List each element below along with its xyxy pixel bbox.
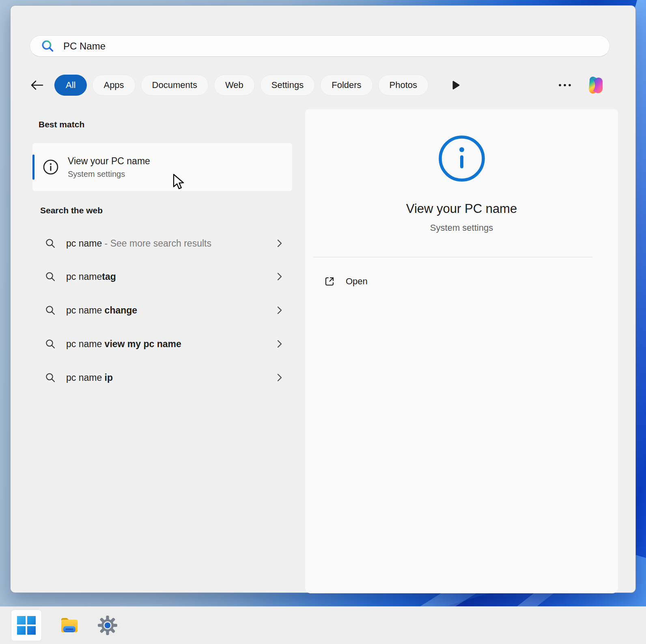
settings-button[interactable]	[97, 615, 118, 636]
best-match-heading: Best match	[39, 120, 84, 129]
back-button[interactable]	[30, 78, 44, 92]
info-icon	[43, 159, 59, 175]
suggestion-prefix: pc name	[66, 305, 105, 316]
web-suggestion-text: pc nametag	[66, 271, 116, 282]
best-match-item[interactable]: View your PC name System settings	[32, 143, 292, 191]
search-flyout-window: All Apps Documents Web Settings Folders …	[10, 5, 636, 593]
web-suggestion-row[interactable]: pc nametag	[32, 263, 292, 290]
tab-documents[interactable]: Documents	[141, 75, 209, 96]
folder-icon	[59, 615, 80, 636]
suggestion-prefix: pc name	[66, 271, 102, 282]
preview-subtitle: System settings	[305, 223, 618, 233]
more-options-button[interactable]	[558, 83, 572, 87]
search-icon	[45, 271, 56, 282]
tab-apps-label: Apps	[103, 80, 124, 90]
windows-logo-icon	[17, 616, 36, 635]
suggestion-prefix: pc name	[66, 372, 105, 383]
suggestion-suffix: tag	[102, 271, 116, 282]
search-box[interactable]	[30, 35, 610, 57]
open-external-icon	[324, 276, 335, 287]
search-the-web-heading: Search the web	[40, 206, 103, 215]
selection-accent-bar	[32, 155, 34, 180]
preview-title: View your PC name	[305, 202, 618, 216]
tab-documents-label: Documents	[152, 80, 197, 90]
web-suggestion-text: pc name ip	[66, 372, 113, 383]
filter-tabs-row: All Apps Documents Web Settings Folders …	[30, 74, 606, 96]
tab-settings-label: Settings	[271, 80, 304, 90]
suggestion-note: - See more search results	[102, 238, 211, 249]
open-label: Open	[346, 276, 368, 287]
suggestion-suffix: ip	[105, 372, 113, 383]
tab-apps[interactable]: Apps	[92, 75, 135, 96]
tab-web-label: Web	[225, 80, 243, 90]
tab-photos-label: Photos	[390, 80, 418, 90]
web-suggestion-text: pc name - See more search results	[66, 238, 211, 249]
search-icon	[45, 305, 56, 316]
file-explorer-button[interactable]	[59, 615, 80, 636]
gear-icon	[97, 615, 118, 635]
best-match-title: View your PC name	[68, 156, 150, 167]
open-action[interactable]: Open	[313, 271, 368, 292]
info-icon-large	[437, 134, 486, 185]
suggestion-prefix: pc name	[66, 339, 105, 349]
web-suggestion-row[interactable]: pc name view my pc name	[32, 331, 292, 357]
tab-all[interactable]: All	[54, 75, 87, 96]
tab-all-label: All	[66, 80, 75, 90]
search-input[interactable]	[62, 40, 600, 52]
search-icon	[45, 238, 56, 249]
web-suggestion-row[interactable]: pc name change	[32, 297, 292, 324]
search-icon	[41, 39, 55, 54]
suggestion-prefix: pc name	[66, 238, 102, 249]
search-icon	[45, 339, 56, 350]
web-suggestion-text: pc name change	[66, 305, 137, 316]
taskbar	[0, 606, 646, 644]
suggestion-suffix: change	[105, 305, 138, 316]
preview-panel: View your PC name System settings Open	[305, 109, 618, 593]
start-button[interactable]	[11, 610, 42, 641]
search-icon	[45, 372, 56, 383]
screen: All Apps Documents Web Settings Folders …	[0, 0, 646, 644]
copilot-icon[interactable]	[583, 73, 606, 97]
tab-folders[interactable]: Folders	[320, 75, 373, 96]
chevron-right-icon[interactable]	[276, 272, 283, 281]
web-suggestion-text: pc name view my pc name	[66, 339, 181, 350]
web-suggestion-row[interactable]: pc name ip	[32, 364, 292, 391]
suggestion-suffix: view my pc name	[105, 339, 181, 349]
chevron-right-icon[interactable]	[276, 339, 283, 349]
chevron-right-icon[interactable]	[276, 373, 283, 382]
scroll-tabs-right-button[interactable]	[452, 80, 461, 90]
best-match-subtitle: System settings	[68, 170, 150, 179]
tab-settings[interactable]: Settings	[260, 75, 315, 96]
tab-folders-label: Folders	[332, 80, 361, 90]
divider	[313, 257, 592, 258]
tab-photos[interactable]: Photos	[378, 75, 429, 96]
chevron-right-icon[interactable]	[276, 305, 283, 315]
tab-web[interactable]: Web	[214, 75, 255, 96]
web-suggestion-row[interactable]: pc name - See more search results	[32, 230, 292, 257]
chevron-right-icon[interactable]	[276, 238, 283, 248]
